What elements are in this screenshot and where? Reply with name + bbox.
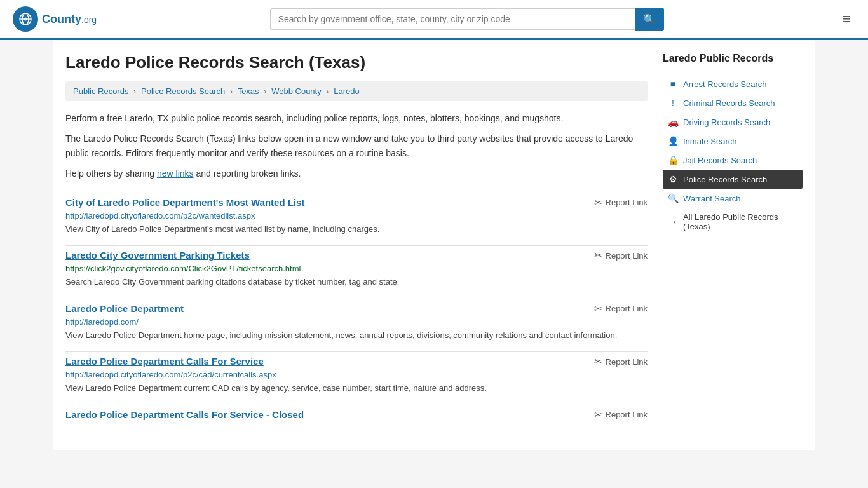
criminal-records-icon: ! bbox=[668, 98, 678, 108]
report-link-button[interactable]: ✂ Report Link bbox=[594, 250, 648, 261]
sidebar: Laredo Public Records ■ Arrest Records S… bbox=[663, 53, 803, 437]
report-icon: ✂ bbox=[594, 250, 602, 261]
result-url: http://laredopd.cityoflaredo.com/p2c/cad… bbox=[65, 370, 648, 379]
result-item: Laredo Police Department ✂ Report Link h… bbox=[65, 303, 648, 353]
arrest-records-icon: ■ bbox=[668, 79, 678, 89]
result-header: Laredo Police Department Calls For Servi… bbox=[65, 356, 648, 367]
sidebar-item-jail-records[interactable]: 🔒 Jail Records Search bbox=[663, 151, 803, 170]
result-title[interactable]: Laredo Police Department Calls For Servi… bbox=[65, 356, 264, 367]
search-area: 🔍 bbox=[270, 8, 664, 31]
breadcrumb: Public Records › Police Records Search ›… bbox=[65, 81, 648, 101]
menu-button[interactable]: ≡ bbox=[837, 8, 855, 30]
breadcrumb-texas[interactable]: Texas bbox=[238, 86, 259, 96]
search-icon: 🔍 bbox=[643, 14, 656, 25]
result-title[interactable]: Laredo Police Department bbox=[65, 303, 184, 314]
description-1: Perform a free Laredo, TX public police … bbox=[65, 111, 648, 125]
sidebar-item-label: Arrest Records Search bbox=[683, 79, 767, 89]
result-description: View Laredo Police Department current CA… bbox=[65, 382, 648, 395]
report-link-button[interactable]: ✂ Report Link bbox=[594, 197, 648, 208]
report-link-button[interactable]: ✂ Report Link bbox=[594, 409, 648, 421]
police-records-icon: ⚙ bbox=[668, 174, 678, 184]
sidebar-item-criminal-records[interactable]: ! Criminal Records Search bbox=[663, 93, 803, 112]
sidebar-item-label: Driving Records Search bbox=[683, 118, 770, 127]
sidebar-item-label: All Laredo Public Records (Texas) bbox=[683, 212, 797, 231]
report-link-button[interactable]: ✂ Report Link bbox=[594, 303, 648, 315]
description-2: The Laredo Police Records Search (Texas)… bbox=[65, 132, 648, 160]
search-input[interactable] bbox=[270, 8, 635, 30]
result-header: Laredo Police Department Calls For Servi… bbox=[65, 409, 648, 421]
sidebar-item-label: Criminal Records Search bbox=[683, 98, 775, 108]
result-item: City of Laredo Police Department's Most … bbox=[65, 197, 648, 247]
report-icon: ✂ bbox=[594, 356, 602, 367]
result-title[interactable]: City of Laredo Police Department's Most … bbox=[65, 197, 304, 208]
sidebar-items: ■ Arrest Records Search ! Criminal Recor… bbox=[663, 74, 803, 236]
breadcrumb-laredo[interactable]: Laredo bbox=[334, 86, 359, 96]
result-item: Laredo City Government Parking Tickets ✂… bbox=[65, 250, 648, 299]
divider bbox=[65, 189, 648, 189]
result-url: http://laredopd.com/ bbox=[65, 317, 648, 327]
report-icon: ✂ bbox=[594, 303, 602, 315]
result-url: http://laredopd.cityoflaredo.com/p2c/wan… bbox=[65, 211, 648, 220]
new-links-link[interactable]: new links bbox=[157, 168, 194, 179]
sidebar-item-driving-records[interactable]: 🚗 Driving Records Search bbox=[663, 112, 803, 132]
logo-area: County.org bbox=[13, 6, 97, 32]
sidebar-item-warrant-search[interactable]: 🔍 Warrant Search bbox=[663, 189, 803, 208]
breadcrumb-public-records[interactable]: Public Records bbox=[73, 86, 128, 96]
page-title: Laredo Police Records Search (Texas) bbox=[65, 53, 648, 72]
report-icon: ✂ bbox=[594, 197, 602, 208]
sidebar-item-label: Inmate Search bbox=[683, 137, 737, 146]
jail-records-icon: 🔒 bbox=[668, 155, 678, 165]
report-link-label: Report Link bbox=[606, 357, 648, 367]
svg-point-4 bbox=[24, 18, 27, 21]
sidebar-item-arrest-records[interactable]: ■ Arrest Records Search bbox=[663, 74, 803, 93]
sidebar-item-inmate-search[interactable]: 👤 Inmate Search bbox=[663, 132, 803, 151]
sidebar-title: Laredo Public Records bbox=[663, 53, 803, 68]
result-header: Laredo City Government Parking Tickets ✂… bbox=[65, 250, 648, 261]
report-link-label: Report Link bbox=[606, 410, 648, 419]
sidebar-item-label: Police Records Search bbox=[683, 175, 767, 184]
breadcrumb-webb-county[interactable]: Webb County bbox=[271, 86, 322, 96]
description-3: Help others by sharing new links and rep… bbox=[65, 166, 648, 180]
result-header: Laredo Police Department ✂ Report Link bbox=[65, 303, 648, 315]
warrant-search-icon: 🔍 bbox=[668, 193, 678, 203]
report-link-label: Report Link bbox=[606, 251, 648, 261]
content-area: Laredo Police Records Search (Texas) Pub… bbox=[65, 53, 648, 437]
result-title[interactable]: Laredo City Government Parking Tickets bbox=[65, 250, 250, 261]
all-records-icon: → bbox=[668, 217, 678, 227]
driving-records-icon: 🚗 bbox=[668, 117, 678, 127]
menu-icon: ≡ bbox=[842, 11, 850, 27]
logo-icon bbox=[13, 6, 38, 32]
main-container: Laredo Police Records Search (Texas) Pub… bbox=[53, 40, 815, 450]
result-title[interactable]: Laredo Police Department Calls For Servi… bbox=[65, 409, 304, 420]
report-icon: ✂ bbox=[594, 409, 602, 421]
result-item: Laredo Police Department Calls For Servi… bbox=[65, 356, 648, 405]
header: County.org 🔍 ≡ bbox=[0, 0, 868, 40]
sidebar-item-police-records[interactable]: ⚙ Police Records Search bbox=[663, 170, 803, 189]
report-link-label: Report Link bbox=[606, 304, 648, 313]
results-container: City of Laredo Police Department's Most … bbox=[65, 197, 648, 433]
result-item: Laredo Police Department Calls For Servi… bbox=[65, 409, 648, 433]
logo-text: County.org bbox=[42, 13, 97, 26]
result-header: City of Laredo Police Department's Most … bbox=[65, 197, 648, 208]
result-description: View City of Laredo Police Department's … bbox=[65, 223, 648, 236]
sidebar-item-all-records[interactable]: → All Laredo Public Records (Texas) bbox=[663, 208, 803, 236]
sidebar-item-label: Jail Records Search bbox=[683, 156, 757, 165]
result-description: Search Laredo City Government parking ci… bbox=[65, 276, 648, 288]
result-url: https://click2gov.cityoflaredo.com/Click… bbox=[65, 264, 648, 273]
result-description: View Laredo Police Department home page,… bbox=[65, 329, 648, 342]
search-button[interactable]: 🔍 bbox=[635, 8, 664, 31]
inmate-search-icon: 👤 bbox=[668, 136, 678, 146]
sidebar-item-label: Warrant Search bbox=[683, 194, 741, 203]
breadcrumb-police-records-search[interactable]: Police Records Search bbox=[141, 86, 225, 96]
report-link-button[interactable]: ✂ Report Link bbox=[594, 356, 648, 367]
report-link-label: Report Link bbox=[606, 198, 648, 207]
